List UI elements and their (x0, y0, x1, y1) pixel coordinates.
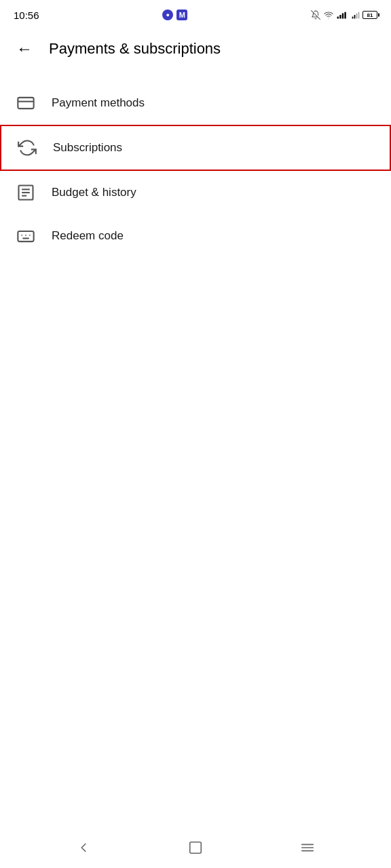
mute-icon (311, 10, 320, 20)
bottom-nav-bar (0, 827, 391, 868)
nav-back-icon (76, 840, 91, 855)
nav-home-icon (188, 840, 203, 855)
receipt-icon (16, 183, 35, 202)
battery-icon: 81 (362, 11, 377, 19)
signal-icon (337, 10, 349, 20)
nav-home-button[interactable] (172, 835, 219, 861)
svg-rect-8 (18, 98, 33, 108)
app-icons: ● M (162, 9, 187, 20)
wifi-icon (323, 10, 334, 20)
menu-item-redeem-code[interactable]: Redeem code (0, 214, 391, 258)
payment-methods-label: Payment methods (52, 96, 145, 110)
svg-point-17 (29, 235, 31, 236)
back-arrow-icon: ← (16, 39, 33, 58)
subscriptions-label: Subscriptions (53, 141, 122, 155)
svg-rect-14 (18, 231, 33, 241)
svg-rect-4 (352, 16, 354, 18)
svg-point-15 (21, 235, 22, 236)
refresh-icon (18, 138, 37, 157)
svg-point-16 (25, 235, 26, 236)
status-icons: 81 (311, 10, 377, 20)
menu-item-subscriptions[interactable]: Subscriptions (0, 125, 391, 171)
status-time: 10:56 (14, 9, 39, 21)
svg-rect-7 (358, 12, 360, 19)
back-button[interactable]: ← (14, 38, 35, 60)
credit-card-icon (16, 94, 35, 113)
battery-level: 81 (367, 12, 373, 18)
redeem-code-label: Redeem code (52, 229, 124, 243)
recording-icon: ● (162, 9, 173, 20)
signal2-icon (352, 10, 360, 20)
header: ← Payments & subscriptions (0, 27, 391, 71)
svg-rect-5 (354, 15, 356, 18)
keyboard-icon (16, 226, 35, 245)
menu-item-payment-methods[interactable]: Payment methods (0, 81, 391, 125)
m-app-icon: M (176, 9, 187, 20)
svg-rect-1 (339, 15, 341, 18)
nav-menu-icon (300, 840, 315, 855)
menu-item-budget-history[interactable]: Budget & history (0, 171, 391, 214)
menu-list: Payment methods Subscriptions Budget & h… (0, 81, 391, 258)
page-title: Payments & subscriptions (49, 40, 221, 58)
svg-rect-0 (337, 16, 339, 18)
status-bar: 10:56 ● M 81 (0, 0, 391, 27)
svg-rect-2 (342, 14, 343, 19)
nav-menu-button[interactable] (284, 835, 331, 861)
budget-history-label: Budget & history (52, 186, 136, 199)
svg-rect-6 (356, 14, 358, 19)
svg-rect-3 (344, 12, 346, 19)
nav-back-button[interactable] (60, 835, 107, 861)
svg-rect-19 (190, 842, 202, 854)
